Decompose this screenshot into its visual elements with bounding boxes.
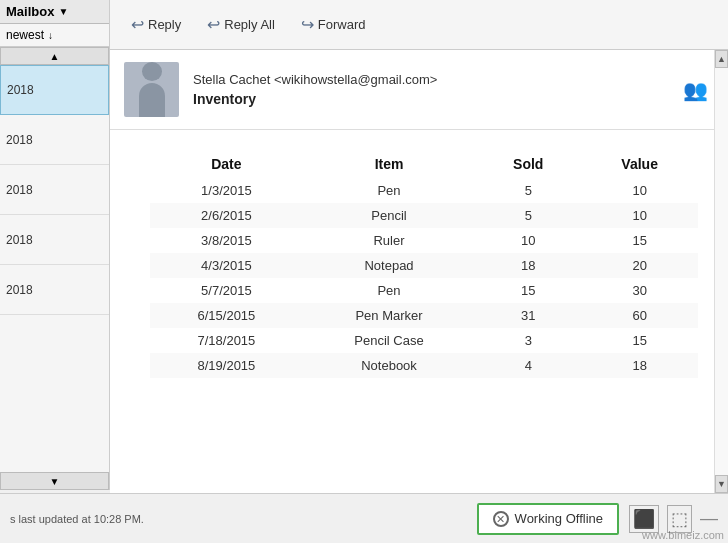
toolbar: ↩ Reply ↩ Reply All ↪ Forward xyxy=(110,0,728,50)
mailbox-header[interactable]: Mailbox ▼ xyxy=(0,0,109,24)
cell-sold: 4 xyxy=(475,353,581,378)
table-row: 3/8/2015Ruler1015 xyxy=(150,228,698,253)
table-row: 2/6/2015Pencil510 xyxy=(150,203,698,228)
col-header-value: Value xyxy=(581,150,698,178)
cell-date: 6/15/2015 xyxy=(150,303,303,328)
cell-item: Pencil Case xyxy=(303,328,475,353)
scroll-down-arrow[interactable]: ▼ xyxy=(715,475,728,493)
watermark: www.bimeiz.com xyxy=(638,527,728,543)
offline-status[interactable]: ✕ Working Offline xyxy=(477,503,619,535)
email-header: Stella Cachet <wikihowstella@gmail.com> … xyxy=(110,50,728,130)
email-scrollbar: ▲ ▼ xyxy=(714,50,728,493)
offline-label: Working Offline xyxy=(515,511,603,526)
scroll-up-arrow[interactable]: ▲ xyxy=(715,50,728,68)
statusbar: s last updated at 10:28 PM. ✕ Working Of… xyxy=(0,493,728,543)
cell-value: 18 xyxy=(581,353,698,378)
cell-value: 10 xyxy=(581,178,698,203)
reply-all-label: Reply All xyxy=(224,17,275,32)
avatar-head xyxy=(142,62,162,81)
col-header-sold: Sold xyxy=(475,150,581,178)
cell-value: 15 xyxy=(581,328,698,353)
inventory-table: Date Item Sold Value 1/3/2015Pen5102/6/2… xyxy=(150,150,698,378)
cell-sold: 5 xyxy=(475,178,581,203)
list-item[interactable]: 2018 xyxy=(0,215,109,265)
filter-label: newest xyxy=(6,28,44,42)
cell-date: 7/18/2015 xyxy=(150,328,303,353)
scroll-down-button[interactable]: ▼ xyxy=(0,472,109,490)
cell-sold: 3 xyxy=(475,328,581,353)
statusbar-update-text: s last updated at 10:28 PM. xyxy=(0,513,467,525)
list-item[interactable]: 2018 xyxy=(0,115,109,165)
cell-value: 20 xyxy=(581,253,698,278)
list-item[interactable]: 2018 xyxy=(0,265,109,315)
reply-icon: ↩ xyxy=(131,15,144,34)
sidebar: Mailbox ▼ newest ↓ ▲ 2018 2018 2018 2018… xyxy=(0,0,110,490)
cell-date: 4/3/2015 xyxy=(150,253,303,278)
cell-value: 60 xyxy=(581,303,698,328)
table-row: 8/19/2015Notebook418 xyxy=(150,353,698,378)
scroll-up-button[interactable]: ▲ xyxy=(0,47,109,65)
sidebar-filter[interactable]: newest ↓ xyxy=(0,24,109,47)
reply-all-button[interactable]: ↩ Reply All xyxy=(196,10,286,39)
cell-value: 30 xyxy=(581,278,698,303)
table-row: 6/15/2015Pen Marker3160 xyxy=(150,303,698,328)
cell-item: Notebook xyxy=(303,353,475,378)
table-row: 1/3/2015Pen510 xyxy=(150,178,698,203)
cell-item: Pen xyxy=(303,178,475,203)
list-item[interactable]: 2018 xyxy=(0,165,109,215)
table-row: 5/7/2015Pen1530 xyxy=(150,278,698,303)
sender-name: Stella Cachet <wikihowstella@gmail.com> xyxy=(193,72,669,87)
contacts-icon[interactable]: 👥 xyxy=(683,78,708,102)
email-from: Stella Cachet <wikihowstella@gmail.com> … xyxy=(193,72,669,107)
cell-value: 15 xyxy=(581,228,698,253)
cell-sold: 18 xyxy=(475,253,581,278)
cell-item: Pencil xyxy=(303,203,475,228)
cell-date: 2/6/2015 xyxy=(150,203,303,228)
zoom-dash: — xyxy=(700,508,718,529)
email-content: Stella Cachet <wikihowstella@gmail.com> … xyxy=(110,50,728,493)
cell-sold: 5 xyxy=(475,203,581,228)
offline-icon: ✕ xyxy=(493,511,509,527)
avatar-body xyxy=(139,83,165,117)
cell-value: 10 xyxy=(581,203,698,228)
col-header-item: Item xyxy=(303,150,475,178)
table-row: 4/3/2015Notepad1820 xyxy=(150,253,698,278)
cell-date: 8/19/2015 xyxy=(150,353,303,378)
mailbox-label: Mailbox xyxy=(6,4,54,19)
scroll-thumb[interactable] xyxy=(715,68,728,475)
cell-date: 3/8/2015 xyxy=(150,228,303,253)
cell-sold: 15 xyxy=(475,278,581,303)
cell-item: Notepad xyxy=(303,253,475,278)
cell-item: Pen Marker xyxy=(303,303,475,328)
cell-date: 5/7/2015 xyxy=(150,278,303,303)
cell-date: 1/3/2015 xyxy=(150,178,303,203)
reply-label: Reply xyxy=(148,17,181,32)
list-item[interactable]: 2018 xyxy=(0,65,109,115)
reply-all-icon: ↩ xyxy=(207,15,220,34)
cell-sold: 10 xyxy=(475,228,581,253)
forward-label: Forward xyxy=(318,17,366,32)
reply-button[interactable]: ↩ Reply xyxy=(120,10,192,39)
avatar xyxy=(124,62,179,117)
cell-item: Pen xyxy=(303,278,475,303)
table-header-row: Date Item Sold Value xyxy=(150,150,698,178)
filter-arrow-icon[interactable]: ↓ xyxy=(48,30,53,41)
sidebar-list: 2018 2018 2018 2018 2018 xyxy=(0,65,109,472)
email-body: Date Item Sold Value 1/3/2015Pen5102/6/2… xyxy=(110,130,728,398)
table-row: 7/18/2015Pencil Case315 xyxy=(150,328,698,353)
email-subject: Inventory xyxy=(193,91,669,107)
dropdown-arrow-icon[interactable]: ▼ xyxy=(58,6,68,17)
forward-button[interactable]: ↪ Forward xyxy=(290,10,377,39)
cell-sold: 31 xyxy=(475,303,581,328)
cell-item: Ruler xyxy=(303,228,475,253)
col-header-date: Date xyxy=(150,150,303,178)
forward-icon: ↪ xyxy=(301,15,314,34)
